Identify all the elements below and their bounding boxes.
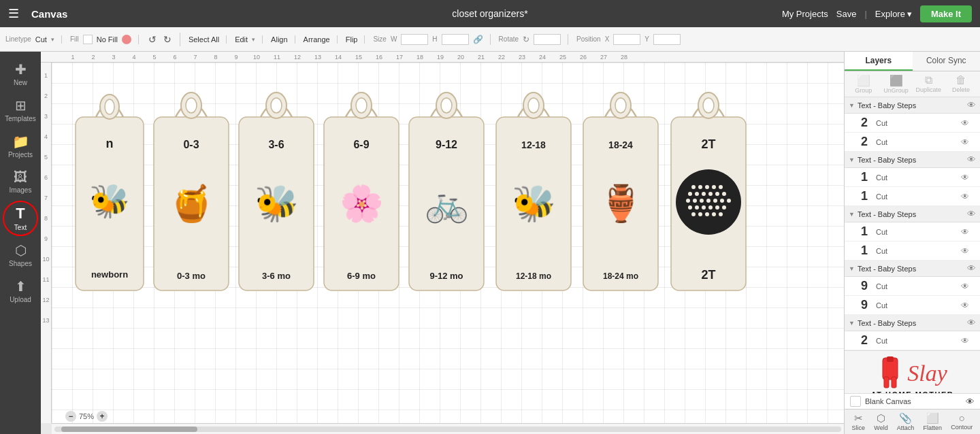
h-label: H — [432, 35, 437, 43]
layer-item: 1 Cut 👁 — [845, 187, 980, 206]
panel-tabs: Layers Color Sync — [845, 52, 980, 71]
layer-group-3[interactable]: ▼ Text - Baby Steps 👁 — [845, 206, 980, 222]
layer-group-5[interactable]: ▼ Text - Baby Steps 👁 — [845, 315, 980, 331]
visibility-icon[interactable]: 👁 — [967, 100, 976, 110]
shapes-icon: ⬡ — [15, 242, 27, 258]
right-panel: Layers Color Sync ⬜ Group ⬛ UnGroup ⧉ Du… — [844, 52, 980, 434]
ungroup-button[interactable]: ⬛ UnGroup — [883, 74, 909, 94]
zoom-controls: − 75% + — [65, 411, 108, 422]
linetype-value[interactable]: Cut — [35, 35, 47, 44]
sidebar-new-label: New — [14, 79, 27, 86]
position-label: Position — [576, 35, 601, 43]
layer-group-title: Text - Baby Steps — [858, 101, 916, 110]
visibility-icon[interactable]: 👁 — [967, 154, 976, 165]
flip-button[interactable]: Flip — [346, 35, 358, 44]
layer-group-2[interactable]: ▼ Text - Baby Steps 👁 — [845, 152, 980, 168]
zoom-out-button[interactable]: − — [65, 411, 76, 422]
visibility-icon[interactable]: 👁 — [967, 263, 976, 273]
scrollbar-bottom[interactable] — [52, 423, 844, 434]
blank-canvas-eye[interactable]: 👁 — [966, 397, 975, 407]
zoom-in-button[interactable]: + — [97, 411, 108, 422]
svg-point-49 — [698, 185, 702, 189]
menu-icon[interactable]: ☰ — [8, 6, 19, 21]
action-row: ⬜ Group ⬛ UnGroup ⧉ Duplicate 🗑 Delete — [845, 71, 980, 97]
visibility-icon[interactable]: 👁 — [961, 173, 969, 182]
visibility-icon[interactable]: 👁 — [961, 246, 969, 256]
visibility-icon[interactable]: 👁 — [967, 318, 976, 328]
sidebar-item-images[interactable]: 🖼 Images — [0, 165, 41, 198]
attach-tool[interactable]: 📎 Attach — [897, 412, 915, 431]
svg-point-26 — [441, 98, 452, 113]
sidebar-item-templates[interactable]: ⊞ Templates — [0, 93, 41, 127]
sidebar-item-text[interactable]: T Text — [0, 201, 41, 235]
visibility-icon[interactable]: 👁 — [961, 227, 969, 237]
svg-text:9-12: 9-12 — [436, 139, 457, 150]
explore-button[interactable]: Explore ▾ — [875, 9, 912, 19]
svg-text:3-6: 3-6 — [268, 139, 284, 150]
y-input[interactable] — [653, 34, 681, 45]
save-button[interactable]: Save — [836, 9, 857, 19]
rotate-icon[interactable]: ↻ — [523, 35, 529, 44]
delete-button[interactable]: 🗑 Delete — [948, 74, 974, 94]
color-dot[interactable] — [122, 35, 131, 44]
tab-color-sync[interactable]: Color Sync — [913, 52, 981, 71]
visibility-icon[interactable]: 👁 — [961, 137, 969, 147]
layer-group-title: Text - Baby Steps — [858, 319, 916, 327]
my-projects-link[interactable]: My Projects — [782, 9, 828, 19]
visibility-icon[interactable]: 👁 — [961, 282, 969, 291]
w-label: W — [391, 35, 397, 43]
tab-layers[interactable]: Layers — [845, 52, 913, 71]
svg-text:6-9: 6-9 — [353, 139, 369, 150]
link-icon[interactable]: 🔗 — [473, 35, 483, 44]
sidebar-item-projects[interactable]: 📁 Projects — [0, 129, 41, 163]
svg-point-68 — [702, 205, 706, 210]
edit-button[interactable]: Edit — [235, 35, 248, 44]
svg-point-54 — [695, 192, 699, 196]
duplicate-button[interactable]: ⧉ Duplicate — [915, 74, 941, 94]
collapse-icon: ▼ — [849, 156, 855, 163]
weld-tool[interactable]: ⬡ Weld — [874, 412, 887, 431]
svg-point-8 — [186, 98, 197, 113]
visibility-icon[interactable]: 👁 — [967, 209, 976, 219]
undo-icon[interactable]: ↺ — [147, 33, 158, 46]
fill-swatch[interactable] — [83, 35, 93, 44]
layer-group-title: Text - Baby Steps — [858, 156, 916, 164]
svg-point-76 — [719, 212, 723, 216]
canvas-area[interactable]: 1 2 3 4 5 6 7 8 9 10 11 12 13 14 15 16 1… — [41, 52, 844, 434]
fill-value[interactable]: No Fill — [97, 35, 118, 44]
visibility-icon[interactable]: 👁 — [961, 336, 969, 346]
select-all-button[interactable]: Select All — [189, 35, 219, 44]
scrollbar-track[interactable] — [54, 427, 841, 432]
chevron-down-icon: ▾ — [907, 9, 912, 19]
toolbar-edit: Edit ▾ — [235, 35, 263, 44]
group-button[interactable]: ⬜ Group — [851, 74, 877, 94]
rotate-input[interactable] — [534, 34, 561, 45]
align-button[interactable]: Align — [271, 35, 287, 44]
arrange-button[interactable]: Arrange — [304, 35, 330, 44]
contour-icon: ○ — [959, 412, 965, 424]
toolbar-align: Align — [271, 35, 295, 44]
visibility-icon[interactable]: 👁 — [961, 301, 969, 310]
x-input[interactable] — [613, 34, 640, 45]
height-input[interactable] — [442, 34, 469, 45]
scrollbar-thumb[interactable] — [61, 427, 197, 432]
contour-tool[interactable]: ○ Contour — [951, 412, 973, 431]
canvas-content[interactable]: n 🐝 newborn 0-3 🍯 0-3 mo — [52, 63, 844, 423]
visibility-icon[interactable]: 👁 — [961, 118, 969, 128]
visibility-icon[interactable]: 👁 — [961, 192, 969, 201]
make-it-button[interactable]: Make It — [920, 5, 972, 22]
layer-group-1[interactable]: ▼ Text - Baby Steps 👁 — [845, 97, 980, 114]
layer-group-title: Text - Baby Steps — [858, 265, 916, 273]
slice-tool[interactable]: ✂ Slice — [852, 412, 866, 431]
flatten-tool[interactable]: ⬜ Flatten — [924, 412, 943, 431]
sidebar-item-shapes[interactable]: ⬡ Shapes — [0, 238, 41, 271]
blank-canvas-swatch[interactable] — [850, 396, 861, 407]
redo-icon[interactable]: ↻ — [162, 33, 173, 46]
layer-group-4[interactable]: ▼ Text - Baby Steps 👁 — [845, 261, 980, 277]
svg-point-69 — [708, 205, 713, 210]
ungroup-icon: ⬛ — [889, 74, 903, 87]
sidebar-item-upload[interactable]: ⬆ Upload — [0, 274, 41, 307]
width-input[interactable] — [401, 34, 428, 45]
svg-point-53 — [688, 192, 692, 196]
sidebar-item-new[interactable]: ✚ New — [0, 57, 41, 90]
